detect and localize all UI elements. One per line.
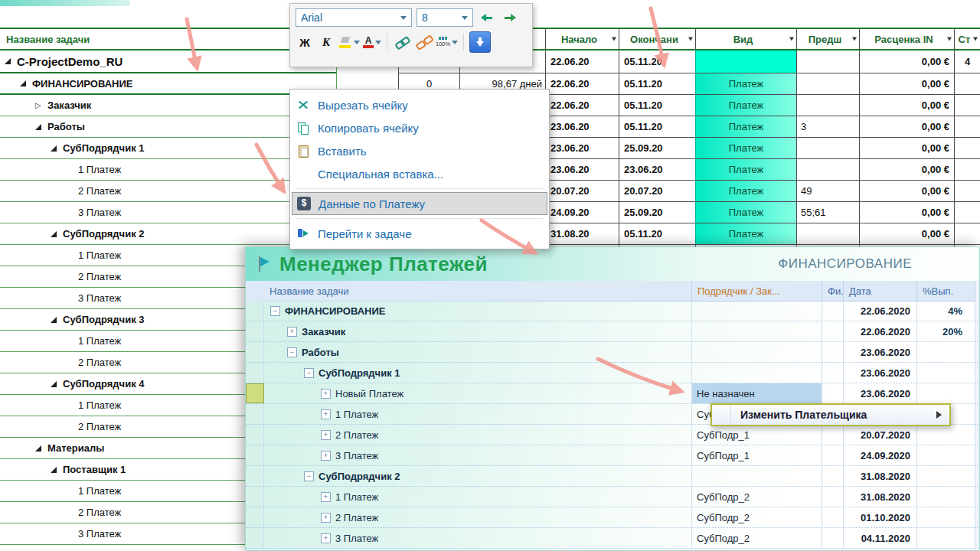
task-name-cell[interactable]: 3 Платеж <box>0 202 337 223</box>
tree-expand-icon[interactable] <box>321 533 331 543</box>
collapse-triangle-icon[interactable] <box>51 231 63 237</box>
pm-column-header-name[interactable]: Название задачи <box>264 281 691 301</box>
pm-fi-cell[interactable] <box>822 425 843 445</box>
pm-contractor-cell[interactable] <box>691 301 822 321</box>
pm-row[interactable]: ФИНАНСИРОВАНИЕ22.06.20204% <box>246 301 979 321</box>
pm-date-cell[interactable]: 31.08.2020 <box>843 466 916 486</box>
pm-column-header-date[interactable]: Дата <box>843 281 916 301</box>
pm-pct-cell[interactable] <box>916 528 975 548</box>
row-indicator-cell[interactable] <box>246 487 264 507</box>
start-cell[interactable]: 31.08.20 <box>545 223 619 245</box>
expand-triangle-icon[interactable] <box>35 102 47 109</box>
pm-task-name-cell[interactable]: 2 Платеж <box>264 507 691 527</box>
pm-column-header-fi[interactable]: Фи... <box>822 281 843 301</box>
pm-fi-cell[interactable] <box>822 342 843 362</box>
st-cell[interactable] <box>954 159 980 181</box>
pm-pct-cell[interactable] <box>916 363 975 383</box>
menu-item-paste[interactable]: Вставить <box>290 139 549 162</box>
vid-cell[interactable]: Платеж <box>695 223 796 245</box>
st-cell[interactable] <box>954 73 980 95</box>
pm-task-name-cell[interactable]: СубПодрядчик 1 <box>264 363 691 383</box>
indent-button[interactable] <box>501 8 519 28</box>
finish-cell[interactable]: 25.09.20 <box>619 202 695 223</box>
collapse-triangle-icon[interactable] <box>20 80 32 86</box>
column-header-vid[interactable]: Вид <box>695 29 796 49</box>
pred-cell[interactable] <box>796 95 859 116</box>
collapse-triangle-icon[interactable] <box>5 58 17 64</box>
start-cell[interactable]: 22.06.20 <box>545 51 619 73</box>
st-cell[interactable]: 4 <box>954 51 980 73</box>
tree-expand-icon[interactable] <box>321 451 331 461</box>
st-cell[interactable] <box>954 138 980 159</box>
vid-cell[interactable]: Платеж <box>695 116 796 138</box>
pm-pct-cell[interactable] <box>916 487 975 507</box>
chevron-down-icon[interactable] <box>400 16 407 20</box>
pm-task-name-cell[interactable]: 1 Платеж <box>264 487 691 507</box>
pm-date-cell[interactable]: 23.06.2020 <box>843 363 916 383</box>
task-name-cell[interactable]: C-ProjectDemo_RU <box>0 51 337 73</box>
pm-fi-cell[interactable] <box>822 507 843 527</box>
column-header-rate[interactable]: Расценка IN <box>859 29 954 49</box>
pred-cell[interactable] <box>796 51 859 73</box>
tree-expand-icon[interactable] <box>321 430 331 440</box>
pm-row[interactable]: 2 ПлатежСубПодр_201.10.2020 <box>246 507 979 528</box>
filter-dropdown-icon[interactable] <box>947 37 952 41</box>
pm-task-name-cell[interactable]: 1 Платеж <box>264 404 691 424</box>
collapse-triangle-icon[interactable] <box>35 124 47 130</box>
scrollbar-strip[interactable] <box>975 281 979 301</box>
pm-pct-cell[interactable] <box>916 342 975 362</box>
st-cell[interactable] <box>954 223 980 245</box>
italic-button[interactable]: К <box>317 32 335 52</box>
pm-fi-cell[interactable] <box>822 301 843 321</box>
row-indicator-cell[interactable] <box>246 321 264 341</box>
row-indicator-cell[interactable] <box>246 445 264 465</box>
collapse-triangle-icon[interactable] <box>51 381 63 387</box>
st-cell[interactable] <box>954 202 980 223</box>
pm-date-cell[interactable]: 01.10.2020 <box>843 507 916 527</box>
pm-date-cell[interactable]: 20.07.2020 <box>843 425 916 445</box>
menu-item-copy[interactable]: Копировать ячейку <box>290 116 549 139</box>
pm-date-cell[interactable]: 23.06.2020 <box>843 342 916 362</box>
st-cell[interactable] <box>954 116 980 138</box>
finish-cell[interactable]: 05.11.20 <box>619 116 695 138</box>
font-family-select[interactable]: Arial <box>296 8 412 27</box>
rate-cell[interactable]: 0,00 € <box>859 138 954 159</box>
pm-contractor-cell[interactable]: СубПодр_1 <box>691 425 822 445</box>
task-name-cell[interactable]: Заказчик <box>0 95 337 116</box>
pm-row[interactable]: 3 ПлатежСубПодр_124.09.2020 <box>246 445 979 466</box>
row-indicator-cell[interactable] <box>246 301 264 321</box>
task-name-cell[interactable]: СубПодрядчик 2 <box>0 223 337 245</box>
pm-date-cell[interactable]: 04.11.2020 <box>843 528 916 548</box>
tree-expand-icon[interactable] <box>321 492 331 502</box>
finish-cell[interactable]: 23.06.20 <box>619 159 695 181</box>
pm-date-cell[interactable]: 23.06.2020 <box>843 383 916 403</box>
task-name-cell[interactable]: ФИНАНСИРОВАНИЕ <box>0 73 337 95</box>
zoom-button[interactable]: 100% <box>436 32 458 52</box>
font-size-select[interactable]: 8 <box>416 8 473 27</box>
pm-date-cell[interactable]: 22.06.2020 <box>843 301 916 321</box>
pred-cell[interactable]: 49 <box>796 181 859 202</box>
outdent-button[interactable] <box>478 8 496 28</box>
vid-cell[interactable]: Платеж <box>695 73 796 95</box>
rate-cell[interactable]: 0,00 € <box>859 51 954 73</box>
collapse-triangle-icon[interactable] <box>51 317 63 323</box>
tree-collapse-icon[interactable] <box>304 471 314 481</box>
row-indicator-cell[interactable] <box>246 528 264 548</box>
menu-item-none[interactable]: Специальная вставка... <box>290 162 549 185</box>
start-cell[interactable]: 23.06.20 <box>545 159 619 181</box>
filter-dropdown-icon[interactable] <box>612 37 616 41</box>
pm-row[interactable]: Заказчик22.06.202020% <box>246 321 979 342</box>
pred-cell[interactable] <box>796 159 859 181</box>
pred-cell[interactable] <box>796 73 859 95</box>
pm-row[interactable]: Работы23.06.2020 <box>246 342 979 363</box>
pm-pct-cell[interactable] <box>916 507 975 527</box>
pm-task-name-cell[interactable]: Работы <box>264 342 691 362</box>
start-cell[interactable]: 24.09.20 <box>545 202 619 223</box>
row-indicator-cell[interactable] <box>246 383 264 403</box>
tree-expand-icon[interactable] <box>321 409 331 419</box>
pm-fi-cell[interactable] <box>822 445 843 465</box>
start-cell[interactable]: 22.06.20 <box>545 73 619 95</box>
filter-dropdown-icon[interactable] <box>688 37 693 41</box>
tree-collapse-icon[interactable] <box>287 347 297 357</box>
pm-fi-cell[interactable] <box>822 466 843 486</box>
